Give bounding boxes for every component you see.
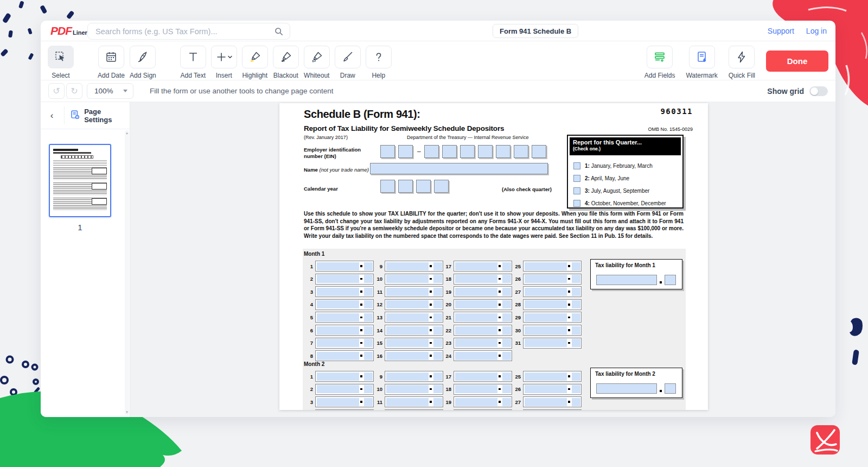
calendar-year-box[interactable]	[398, 180, 413, 193]
day-amount-input[interactable]	[385, 325, 443, 336]
day-amount-input[interactable]	[385, 350, 443, 361]
collapse-sidebar-button[interactable]: ‹	[41, 110, 63, 121]
day-amount-input[interactable]	[454, 299, 512, 310]
tax-amount-input[interactable]	[596, 383, 657, 394]
ein-box[interactable]	[424, 145, 439, 158]
day-amount-input[interactable]	[315, 299, 374, 310]
scroll-up-icon[interactable]: ▲	[125, 131, 129, 135]
tax-cents-input[interactable]	[665, 275, 676, 285]
day-amount-input[interactable]	[385, 261, 443, 272]
day-amount-input[interactable]	[454, 384, 512, 395]
day-amount-input[interactable]	[454, 261, 512, 272]
day-amount-input[interactable]	[385, 384, 443, 395]
ein-box[interactable]	[398, 145, 413, 158]
ein-box[interactable]	[514, 145, 528, 158]
day-amount-input[interactable]	[454, 338, 512, 349]
quarter-checkbox-1[interactable]	[573, 162, 580, 169]
day-amount-input[interactable]	[315, 338, 374, 349]
day-amount-input[interactable]	[385, 286, 443, 297]
tax-cents-input[interactable]	[665, 383, 676, 394]
day-amount-input[interactable]	[454, 325, 512, 336]
tool-add-sign[interactable]: Add Sign	[130, 46, 156, 79]
pdfliner-logo[interactable]: PDFLiner	[50, 24, 87, 37]
day-amount-input[interactable]	[454, 274, 512, 285]
tool-whiteout[interactable]: Whiteout	[304, 46, 330, 79]
tool-add-date[interactable]: Add Date	[98, 46, 125, 79]
tool-add-fields[interactable]: Add Fields	[644, 46, 675, 79]
tool-draw[interactable]: Draw	[335, 46, 361, 79]
tax-amount-input[interactable]	[596, 275, 657, 285]
day-amount-input[interactable]	[454, 396, 512, 407]
undo-button[interactable]: ↺	[48, 83, 65, 99]
scroll-down-icon[interactable]: ▼	[125, 411, 129, 414]
calendar-year-box[interactable]	[434, 180, 449, 193]
sidebar-scrollbar[interactable]: ▲ ▼	[125, 130, 129, 415]
day-amount-input[interactable]	[523, 312, 582, 323]
day-amount-input[interactable]	[523, 274, 582, 285]
ein-box[interactable]	[478, 145, 493, 158]
ein-box[interactable]	[532, 145, 546, 158]
day-amount-input[interactable]	[315, 286, 374, 297]
ein-box[interactable]	[380, 145, 395, 158]
calendar-year-box[interactable]	[380, 180, 395, 193]
day-amount-input[interactable]	[523, 286, 582, 297]
day-amount-input[interactable]	[454, 350, 512, 361]
day-amount-input[interactable]	[385, 299, 443, 310]
tool-blackout[interactable]: Blackout	[273, 46, 299, 79]
redo-button[interactable]: ↻	[66, 83, 82, 99]
show-grid-toggle[interactable]	[809, 86, 828, 96]
ein-box[interactable]	[496, 145, 510, 158]
day-amount-input[interactable]	[385, 338, 443, 349]
day-amount-input[interactable]	[315, 384, 374, 395]
day-amount-input[interactable]	[454, 409, 512, 410]
login-link[interactable]: Log in	[806, 27, 827, 35]
day-amount-input[interactable]	[385, 371, 443, 382]
day-amount-input[interactable]	[315, 325, 374, 336]
search-icon[interactable]	[274, 27, 283, 36]
tool-quick-fill[interactable]: Quick Fill	[729, 46, 755, 79]
quarter-checkbox-2[interactable]	[573, 175, 580, 182]
tool-watermark[interactable]: Watermark	[686, 46, 717, 79]
day-number: 19	[444, 289, 451, 295]
day-amount-input[interactable]	[315, 409, 374, 410]
day-amount-input[interactable]	[523, 325, 582, 336]
day-amount-input[interactable]	[454, 312, 512, 323]
quarter-checkbox-4[interactable]	[573, 200, 580, 207]
tool-highlight[interactable]: Highlight	[242, 46, 268, 79]
day-amount-input[interactable]	[315, 396, 374, 407]
day-number: 3	[306, 399, 313, 405]
tool-add-text[interactable]: Add Text	[180, 46, 206, 79]
day-amount-input[interactable]	[523, 299, 582, 310]
day-amount-input[interactable]	[523, 409, 582, 410]
support-link[interactable]: Support	[768, 27, 794, 35]
day-amount-input[interactable]	[315, 274, 374, 285]
ein-box[interactable]	[460, 145, 475, 158]
day-amount-input[interactable]	[315, 261, 374, 272]
day-amount-input[interactable]	[523, 384, 582, 395]
day-amount-input[interactable]	[315, 312, 374, 323]
zoom-select[interactable]: 100%	[87, 83, 133, 99]
day-amount-input[interactable]	[385, 274, 443, 285]
search-input[interactable]	[88, 27, 274, 36]
name-input[interactable]	[370, 163, 548, 174]
tool-help[interactable]: Help	[366, 46, 392, 79]
day-amount-input[interactable]	[523, 371, 582, 382]
ein-box[interactable]	[442, 145, 457, 158]
tool-select[interactable]: Select	[48, 46, 74, 79]
day-amount-input[interactable]	[385, 396, 443, 407]
page-settings-button[interactable]: Page Settings	[70, 108, 130, 124]
day-amount-input[interactable]	[454, 371, 512, 382]
day-amount-input[interactable]	[315, 350, 374, 361]
done-button[interactable]: Done	[766, 51, 828, 72]
day-amount-input[interactable]	[523, 338, 582, 349]
page-thumbnail[interactable]	[49, 144, 111, 217]
tool-insert[interactable]: Insert	[211, 46, 237, 79]
day-amount-input[interactable]	[523, 261, 582, 272]
day-amount-input[interactable]	[385, 312, 443, 323]
calendar-year-box[interactable]	[416, 180, 431, 193]
quarter-checkbox-3[interactable]	[573, 187, 580, 194]
day-amount-input[interactable]	[385, 409, 443, 410]
day-amount-input[interactable]	[315, 371, 374, 382]
day-amount-input[interactable]	[523, 396, 582, 407]
day-amount-input[interactable]	[454, 286, 512, 297]
